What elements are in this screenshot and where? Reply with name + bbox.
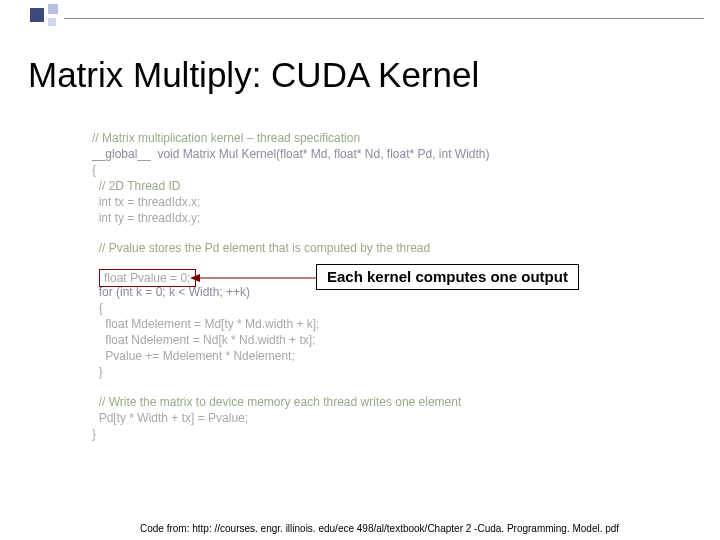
code-line: Pd[ty * Width + tx] = Pvalue;	[92, 410, 490, 426]
annotation-arrow	[190, 268, 320, 288]
code-line: int ty = threadIdx.y;	[92, 210, 490, 226]
deco-square-large	[30, 8, 44, 22]
deco-square-small-bottom	[48, 18, 56, 26]
deco-square-small-top	[48, 4, 58, 14]
footer-citation: Code from: http: //courses. engr. illino…	[140, 523, 619, 534]
code-line: __global__ void Matrix Mul Kernel(float*…	[92, 146, 490, 162]
slide-header-decoration	[0, 0, 720, 30]
code-line: // 2D Thread ID	[92, 178, 490, 194]
code-line: float Ndelement = Nd[k * Nd.width + tx];	[92, 332, 490, 348]
code-blank-line	[92, 226, 490, 240]
footer-url: http: //courses. engr. illinois. edu/ece…	[192, 523, 619, 534]
code-line: float Mdelement = Md[ty * Md.width + k];	[92, 316, 490, 332]
annotation-label: Each kernel computes one output	[316, 264, 579, 290]
highlighted-code-pvalue: float Pvalue = 0;	[99, 269, 196, 287]
code-line: // Pvalue stores the Pd element that is …	[92, 240, 490, 256]
code-line: // Write the matrix to device memory eac…	[92, 394, 490, 410]
slide-title: Matrix Multiply: CUDA Kernel	[28, 55, 479, 95]
code-line: {	[92, 300, 490, 316]
code-line: }	[92, 426, 490, 442]
code-line: {	[92, 162, 490, 178]
code-line: }	[92, 364, 490, 380]
svg-marker-1	[190, 274, 200, 282]
code-blank-line	[92, 380, 490, 394]
code-line: int tx = threadIdx.x;	[92, 194, 490, 210]
deco-rule-line	[64, 18, 704, 19]
footer-prefix: Code from:	[140, 523, 192, 534]
code-line: // Matrix multiplication kernel – thread…	[92, 130, 490, 146]
code-line: Pvalue += Mdelement * Ndelement;	[92, 348, 490, 364]
